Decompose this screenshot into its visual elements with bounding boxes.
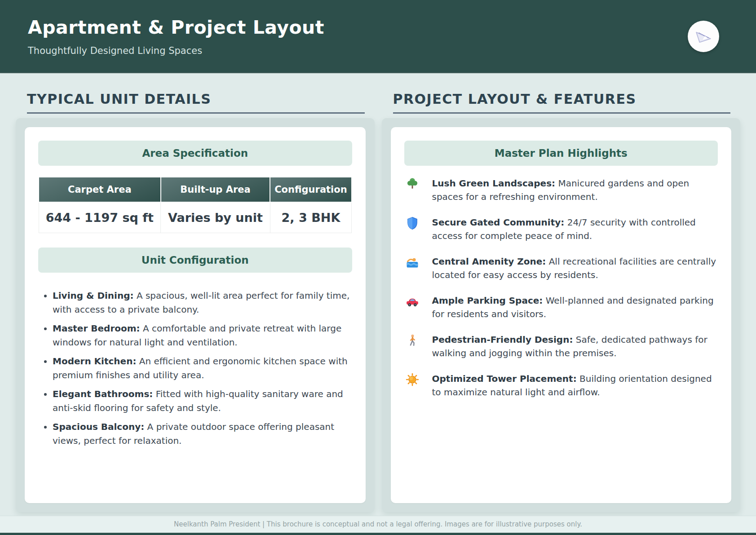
feature-ample-parking-space: Ample Parking Space: Well-planned and de… <box>405 294 717 321</box>
car-icon <box>405 294 420 321</box>
unit-details-panel: Area Specification Carpet Area Built-up … <box>16 118 375 512</box>
list-item-label: Modern Kitchen: <box>53 356 136 367</box>
list-item: Modern Kitchen: An efficient and ergonom… <box>53 354 352 382</box>
feature-label: Lush Green Landscapes: <box>432 178 556 189</box>
column-typical-unit-details: TYPICAL UNIT DETAILS Area Specification … <box>16 88 375 512</box>
column-header-configuration: Configuration <box>270 177 351 202</box>
unit-configuration-banner: Unit Configuration <box>38 248 352 273</box>
feature-label: Ample Parking Space: <box>432 295 543 306</box>
list-item: Master Bedroom: A comfortable and privat… <box>53 322 352 349</box>
list-item-label: Living & Dining: <box>53 290 134 301</box>
page-title: Apartment & Project Layout <box>28 17 688 38</box>
section-rule <box>27 112 365 114</box>
list-item-label: Elegant Bathrooms: <box>53 389 153 399</box>
feature-text: Optimized Tower Placement: Building orie… <box>432 372 717 399</box>
list-item: Elegant Bathrooms: Fitted with high-qual… <box>53 387 352 415</box>
section-rule <box>393 112 731 114</box>
column-header-built-up-area: Built-up Area <box>161 177 270 202</box>
feature-label: Secure Gated Community: <box>432 217 565 228</box>
footer-disclaimer: Neelkanth Palm President | This brochure… <box>0 516 756 533</box>
list-item-label: Spacious Balcony: <box>53 421 144 432</box>
project-layout-card: Master Plan Highlights <box>391 127 732 503</box>
area-specification-table: Carpet Area Built-up Area Configuration … <box>38 177 352 233</box>
header-text-block: Apartment & Project Layout Thoughtfully … <box>28 17 688 56</box>
feature-lush-green-landscapes: Lush Green Landscapes: Manicured gardens… <box>405 177 717 203</box>
feature-text: Pedestrian-Friendly Design: Safe, dedica… <box>432 333 717 360</box>
shield-icon <box>405 216 420 243</box>
feature-text: Ample Parking Space: Well-planned and de… <box>432 294 717 321</box>
feature-pedestrian-friendly-design: Pedestrian-Friendly Design: Safe, dedica… <box>405 333 717 360</box>
table-row: 644 - 1197 sq ft Varies by unit 2, 3 BHK <box>39 202 352 233</box>
triangular-ruler-icon <box>694 26 713 47</box>
cell-built-up-area: Varies by unit <box>161 202 270 233</box>
column-project-layout-features: PROJECT LAYOUT & FEATURES Master Plan Hi… <box>382 88 741 512</box>
section-title-typical-unit-details: TYPICAL UNIT DETAILS <box>27 91 365 107</box>
unit-details-card: Area Specification Carpet Area Built-up … <box>25 127 366 503</box>
feature-label: Central Amenity Zone: <box>432 256 546 267</box>
feature-central-amenity-zone: Central Amenity Zone: All recreational f… <box>405 255 717 282</box>
cell-configuration: 2, 3 BHK <box>270 202 351 233</box>
section-title-project-layout: PROJECT LAYOUT & FEATURES <box>393 91 731 107</box>
page-header: Apartment & Project Layout Thoughtfully … <box>0 0 756 73</box>
feature-text: Central Amenity Zone: All recreational f… <box>432 255 717 282</box>
table-header-row: Carpet Area Built-up Area Configuration <box>39 177 352 202</box>
project-layout-panel: Master Plan Highlights <box>382 118 741 512</box>
feature-text: Lush Green Landscapes: Manicured gardens… <box>432 177 717 203</box>
list-item: Spacious Balcony: A private outdoor spac… <box>53 420 352 448</box>
list-item-label: Master Bedroom: <box>53 323 140 334</box>
feature-text: Secure Gated Community: 24/7 security wi… <box>432 216 717 243</box>
feature-label: Optimized Tower Placement: <box>432 373 577 384</box>
feature-list: Lush Green Landscapes: Manicured gardens… <box>404 177 718 399</box>
feature-label: Pedestrian-Friendly Design: <box>432 334 573 345</box>
sun-icon <box>405 372 420 399</box>
column-header-carpet-area: Carpet Area <box>39 177 161 202</box>
logo-badge <box>688 21 719 52</box>
unit-configuration-list: Living & Dining: A spacious, well-lit ar… <box>38 289 352 448</box>
area-specification-banner: Area Specification <box>38 141 352 166</box>
feature-optimized-tower-placement: Optimized Tower Placement: Building orie… <box>405 372 717 399</box>
master-plan-highlights-banner: Master Plan Highlights <box>404 141 718 166</box>
list-item: Living & Dining: A spacious, well-lit ar… <box>53 289 352 317</box>
footer-accent-bar <box>0 533 756 535</box>
page-footer: Neelkanth Palm President | This brochure… <box>0 516 756 535</box>
pedestrian-icon <box>405 333 420 360</box>
cell-carpet-area: 644 - 1197 sq ft <box>39 202 161 233</box>
swimmer-icon <box>405 255 420 282</box>
feature-secure-gated-community: Secure Gated Community: 24/7 security wi… <box>405 216 717 243</box>
tree-icon <box>405 177 420 203</box>
page-subtitle: Thoughtfully Designed Living Spaces <box>28 45 688 56</box>
main-content: TYPICAL UNIT DETAILS Area Specification … <box>0 73 756 512</box>
